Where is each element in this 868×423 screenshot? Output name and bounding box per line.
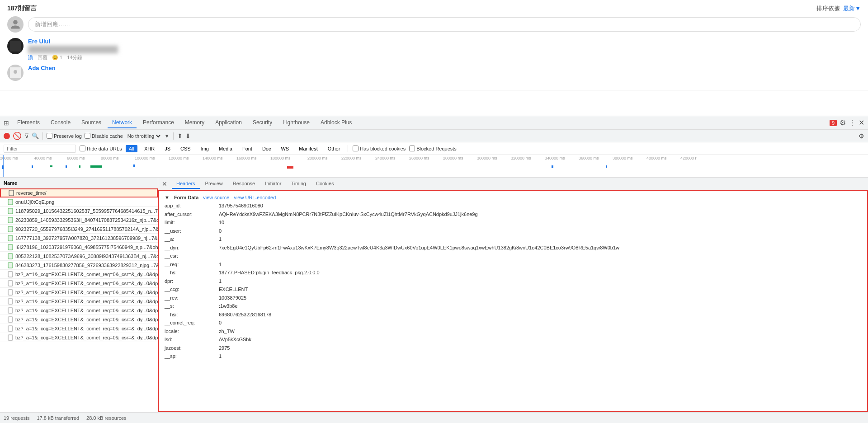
- filter-type-img[interactable]: Img: [198, 145, 212, 152]
- form-row: locale: zh_TW: [165, 328, 862, 335]
- close-icon[interactable]: ✕: [859, 118, 864, 127]
- filter-input[interactable]: [4, 145, 76, 153]
- request-item-16[interactable]: bz?_a=1&_ccg=EXCELLENT&_comet_req=0&_csr…: [0, 333, 158, 342]
- detail-tab-preview[interactable]: Preview: [201, 179, 227, 189]
- search-icon[interactable]: 🔍: [32, 132, 39, 139]
- comment-time: 14分鐘: [67, 54, 82, 61]
- timeline[interactable]: 20000 ms 40000 ms 60000 ms 80000 ms 1000…: [0, 155, 868, 178]
- record-button[interactable]: [4, 133, 10, 139]
- tab-security[interactable]: Security: [248, 118, 277, 128]
- filter-type-xhr[interactable]: XHR: [141, 145, 158, 152]
- request-count: 19 requests: [4, 415, 29, 421]
- request-item-9[interactable]: bz?_a=1&_ccg=EXCELLENT&_comet_req=0&_csr…: [0, 270, 158, 279]
- filter-type-other[interactable]: Other: [325, 145, 344, 152]
- comment-input[interactable]: 新增回應……: [28, 17, 861, 32]
- request-item-10[interactable]: bz?_a=1&_ccg=EXCELLENT&_comet_req=0&_csr…: [0, 279, 158, 288]
- filter-type-media[interactable]: Media: [216, 145, 236, 152]
- preserve-log-checkbox[interactable]: Preserve log: [47, 133, 82, 139]
- request-item-7[interactable]: 805222128_1082537073A9696_30889I93437491…: [0, 252, 158, 261]
- download-icon[interactable]: ⬇: [185, 132, 191, 140]
- request-item-selected[interactable]: reverse_time/: [0, 188, 158, 197]
- tab-performance[interactable]: Performance: [138, 118, 179, 128]
- comment-action-reply[interactable]: 回覆: [38, 54, 47, 61]
- form-key: limit:: [165, 219, 219, 226]
- tab-lighthouse[interactable]: Lighthouse: [278, 118, 314, 128]
- filter-type-js[interactable]: JS: [161, 145, 174, 152]
- disable-cache-checkbox[interactable]: Disable cache: [85, 133, 123, 139]
- tab-adblock[interactable]: Adblock Plus: [316, 118, 356, 128]
- filter-type-css[interactable]: CSS: [177, 145, 194, 152]
- filter-type-font[interactable]: Font: [239, 145, 255, 152]
- devtools-tabbar: ⊞ Elements Console Sources Network Perfo…: [0, 116, 868, 130]
- form-row: app_id: 1379575469016080: [165, 202, 862, 210]
- filter-type-all[interactable]: All: [126, 145, 137, 152]
- filter-icon[interactable]: ⊽: [24, 132, 29, 140]
- request-list: Name reverse_time/ onuUJj0tCqE.png 11879…: [0, 178, 158, 412]
- form-key: __sp:: [165, 352, 219, 360]
- view-url-encoded-link[interactable]: view URL-encoded: [234, 195, 276, 200]
- request-item-11[interactable]: bz?_a=1&_ccg=EXCELLENT&_comet_req=0&_csr…: [0, 288, 158, 297]
- tl-5: 120000 ms: [169, 156, 189, 160]
- form-fields: app_id: 1379575469016080after_cursor: AQ…: [165, 202, 862, 360]
- throttle-arrow[interactable]: ▼: [165, 133, 170, 139]
- view-source-link[interactable]: view source: [203, 195, 229, 200]
- more-icon[interactable]: ⋮: [849, 118, 856, 127]
- filter-type-ws[interactable]: WS: [278, 145, 292, 152]
- form-value: 1003879025: [219, 294, 246, 302]
- sort-label: 排序依據: [816, 5, 840, 12]
- request-item-2[interactable]: 118795029_10156432251602537_505995776468…: [0, 207, 158, 216]
- tab-elements[interactable]: Elements: [13, 118, 44, 128]
- tab-application[interactable]: Application: [211, 118, 246, 128]
- request-item-4[interactable]: 90232720_65597976835I3249_27416951178857…: [0, 225, 158, 234]
- detail-tab-response[interactable]: Response: [228, 179, 260, 189]
- request-item-12[interactable]: bz?_a=1&_ccg=EXCELLENT&_comet_req=0&_csr…: [0, 297, 158, 306]
- upload-icon[interactable]: ⬆: [177, 132, 183, 140]
- sort-value[interactable]: 最新▼: [843, 5, 861, 12]
- request-item-3[interactable]: 26230859_14059333295363II_84074170837253…: [0, 216, 158, 225]
- toolbar-sep1: [42, 132, 43, 140]
- request-item-14[interactable]: bz?_a=1&_ccg=EXCELLENT&_comet_req=0&_csr…: [0, 315, 158, 324]
- form-value: 0: [219, 319, 222, 327]
- form-row: __comet_req: 0: [165, 319, 862, 327]
- tab-memory[interactable]: Memory: [180, 118, 209, 128]
- network-toolbar: 🚫 ⊽ 🔍 Preserve log Disable cache No thro…: [0, 130, 868, 142]
- blocked-requests-checkbox[interactable]: Blocked Requests: [409, 146, 457, 151]
- comment-action-like[interactable]: 讚: [28, 54, 33, 61]
- detail-close-btn[interactable]: ✕: [162, 180, 167, 188]
- detail-tab-timing[interactable]: Timing: [287, 179, 311, 189]
- ere-uiui-username[interactable]: Ere Uiui: [28, 38, 861, 45]
- request-item-8[interactable]: 846283273_176159830277856_97269336392282…: [0, 261, 158, 270]
- has-blocked-cookies-checkbox[interactable]: Has blocked cookies: [353, 146, 406, 151]
- request-list-body[interactable]: reverse_time/ onuUJj0tCqE.png 118795029_…: [0, 188, 158, 412]
- devtools-settings-right[interactable]: ⚙: [859, 132, 864, 140]
- detail-tab-headers[interactable]: Headers: [172, 179, 200, 189]
- request-item-5[interactable]: 167777138_392727957A0078Z0_3721612385967…: [0, 234, 158, 243]
- svg-rect-4: [8, 199, 13, 205]
- form-key: __rev:: [165, 294, 219, 302]
- filter-type-manifest[interactable]: Manifest: [296, 145, 321, 152]
- devtools-dock-icon[interactable]: ⊞: [4, 119, 9, 127]
- request-item-6[interactable]: I6I278196_102037291976068_469855775I7546…: [0, 243, 158, 252]
- form-value: AVp5kXcGShk: [219, 336, 251, 343]
- detail-tab-cookies[interactable]: Cookies: [311, 179, 339, 189]
- request-item-1[interactable]: onuUJj0tCqE.png: [0, 197, 158, 207]
- tab-console[interactable]: Console: [46, 118, 75, 128]
- hide-data-urls-checkbox[interactable]: Hide data URLs: [80, 146, 122, 151]
- filter-type-doc[interactable]: Doc: [259, 145, 274, 152]
- tab-sources[interactable]: Sources: [77, 118, 106, 128]
- svg-rect-10: [8, 254, 13, 259]
- detail-tab-initiator[interactable]: Initiator: [260, 179, 286, 189]
- form-data-section: ▼ Form Data view source view URL-encoded…: [165, 195, 862, 360]
- request-item-13[interactable]: bz?_a=1&_ccg=EXCELLENT&_comet_req=0&_csr…: [0, 306, 158, 315]
- request-item-15[interactable]: bz?_a=1&_ccg=EXCELLENT&_comet_req=0&_csr…: [0, 324, 158, 333]
- ada-chen-username[interactable]: Ada Chen: [28, 65, 861, 71]
- settings-icon[interactable]: ⚙: [840, 118, 846, 127]
- clear-button[interactable]: 🚫: [13, 132, 22, 140]
- throttle-select[interactable]: No throttling: [126, 133, 162, 139]
- detail-content[interactable]: ▼ Form Data view source view URL-encoded…: [158, 190, 868, 412]
- form-row: __user: 0: [165, 227, 862, 235]
- tl-14: 300000 ms: [477, 156, 497, 160]
- form-row: after_cursor: AQHReYdcksX9wFZEKA3MgNmN8P…: [165, 211, 862, 218]
- svg-rect-3: [9, 190, 14, 196]
- tab-network[interactable]: Network: [108, 118, 137, 128]
